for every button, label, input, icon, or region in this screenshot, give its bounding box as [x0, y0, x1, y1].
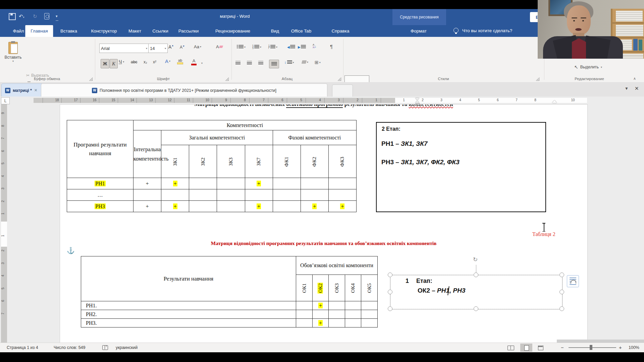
- font-dialog-launcher[interactable]: [225, 77, 229, 81]
- resize-handle[interactable]: [559, 273, 564, 277]
- tab-файл[interactable]: Файл: [13, 25, 24, 37]
- table-cell[interactable]: РН3: [67, 201, 133, 212]
- select-button[interactable]: ↖ Выделить▾: [574, 64, 602, 70]
- qat-customize-icon[interactable]: ▾─: [56, 12, 58, 24]
- decrease-indent-button[interactable]: ◀: [287, 45, 295, 49]
- styles-dialog-launcher[interactable]: [536, 77, 539, 81]
- table-cell[interactable]: +: [245, 201, 273, 212]
- multilevel-list-button[interactable]: 1ai▾: [268, 45, 277, 49]
- table-cell[interactable]: ОК3: [329, 275, 345, 301]
- resize-handle[interactable]: [388, 273, 392, 277]
- table-cell[interactable]: [328, 178, 356, 189]
- line-spacing-button[interactable]: ↕▾: [284, 60, 294, 64]
- page-indicator[interactable]: Страница 1 из 4: [7, 345, 38, 350]
- zoom-level[interactable]: 100%: [629, 345, 639, 350]
- rotate-handle[interactable]: ↻: [473, 256, 478, 263]
- tab-вставка[interactable]: Вставка: [60, 25, 77, 37]
- stage2-textbox[interactable]: 2 Етап: РН1 – ЗК1, ЗК7 РН3 – ЗК1, ЗК7, Ф…: [376, 122, 546, 212]
- print-preview-icon[interactable]: [44, 13, 49, 19]
- table-cell[interactable]: Обов’язкові освітні компоненти: [296, 256, 378, 275]
- tab-рассылки[interactable]: Рассылки: [178, 25, 199, 37]
- table-cell[interactable]: ОК5: [361, 275, 378, 301]
- tab-close-icon[interactable]: ✕: [635, 85, 639, 92]
- table-cell[interactable]: [296, 301, 313, 310]
- table-cell[interactable]: Результати навчання: [81, 256, 296, 301]
- table-cell[interactable]: +: [312, 301, 329, 310]
- numbering-button[interactable]: 123▾: [252, 45, 261, 49]
- table-cell[interactable]: ОК4: [345, 275, 361, 301]
- table-cell[interactable]: РН2.: [81, 310, 296, 319]
- resize-handle[interactable]: [559, 290, 564, 294]
- resize-handle[interactable]: [474, 306, 478, 311]
- table-cell[interactable]: [296, 310, 313, 319]
- table-cell[interactable]: [217, 189, 245, 201]
- table-cell[interactable]: [273, 178, 301, 189]
- tab-рецензирование[interactable]: Рецензирование: [215, 25, 250, 37]
- table-cell[interactable]: [312, 310, 329, 319]
- word-count[interactable]: Число слов: 549: [54, 345, 86, 350]
- table-cell[interactable]: РН1: [67, 178, 133, 189]
- table-cell[interactable]: ЗК3: [217, 145, 245, 178]
- table-cell[interactable]: Загальні компетентності: [161, 130, 273, 145]
- table-cell[interactable]: [161, 189, 189, 201]
- zoom-slider-track[interactable]: [569, 347, 616, 348]
- table-cell[interactable]: ФК2: [301, 145, 328, 178]
- table-cell[interactable]: +: [161, 201, 189, 212]
- table-cell[interactable]: +: [133, 201, 161, 212]
- align-left-button[interactable]: [235, 61, 240, 65]
- tab-office-tab[interactable]: Office Tab: [291, 25, 311, 37]
- superscript-button[interactable]: x²: [153, 60, 156, 64]
- paste-button[interactable]: Вставить ▾: [3, 39, 23, 66]
- document-page[interactable]: Матриця відповідності визначених освітнь…: [60, 104, 588, 343]
- table-cell[interactable]: [189, 201, 217, 212]
- font-size-combo[interactable]: 14▾: [148, 44, 168, 53]
- resize-handle[interactable]: [474, 273, 478, 277]
- clear-formatting-button[interactable]: А: [216, 44, 223, 49]
- table-cell[interactable]: ФК1: [273, 145, 301, 178]
- resize-handle[interactable]: [388, 290, 392, 294]
- tell-me-box[interactable]: Что вы хотите сделать?: [462, 28, 512, 33]
- tab-справка[interactable]: Справка: [332, 25, 350, 37]
- tab-макет[interactable]: Макет: [128, 25, 141, 37]
- table-cell[interactable]: …: [67, 189, 133, 201]
- subscript-button[interactable]: x₂: [144, 60, 147, 64]
- print-layout-active[interactable]: [520, 344, 532, 352]
- table-cell[interactable]: [189, 189, 217, 201]
- table-cell[interactable]: РН1.: [81, 301, 296, 310]
- table-cell[interactable]: +: [161, 178, 189, 189]
- table-cell[interactable]: Фахові компетентності: [273, 130, 356, 145]
- grow-font-button[interactable]: А▲: [168, 44, 174, 50]
- language-indicator[interactable]: украинский: [116, 345, 138, 350]
- table-cell[interactable]: +: [301, 201, 328, 212]
- table-cell[interactable]: [245, 189, 273, 201]
- tab-format[interactable]: Формат: [411, 25, 427, 37]
- vertical-ruler[interactable]: 9876543211234567: [1, 104, 7, 343]
- table-cell[interactable]: [329, 319, 345, 327]
- document-area[interactable]: 9876543211234567 Матриця відповідності в…: [0, 104, 644, 343]
- read-mode-icon[interactable]: [507, 346, 514, 350]
- horizontal-ruler[interactable]: 1817161514131211109876543211234567810: [34, 98, 587, 103]
- borders-button[interactable]: ⊞▾: [315, 60, 321, 65]
- table-cell[interactable]: РН3.: [81, 319, 296, 327]
- table-cell[interactable]: [217, 178, 245, 189]
- strikethrough-button[interactable]: abc: [131, 60, 137, 64]
- table-cell[interactable]: [273, 189, 301, 201]
- table-cell[interactable]: ФК3: [328, 145, 356, 178]
- tab-ссылки[interactable]: Ссылки: [152, 25, 168, 37]
- redo-icon[interactable]: ↻: [33, 13, 37, 20]
- resize-handle[interactable]: [559, 306, 564, 311]
- table-cell[interactable]: Інтегральна компетентність: [133, 130, 161, 178]
- zoom-in-icon[interactable]: +: [619, 345, 622, 350]
- tab-stop-selector[interactable]: L: [1, 97, 10, 104]
- competency-matrix-table[interactable]: Програмні результати навчанняКомпетентно…: [67, 120, 357, 212]
- bullets-button[interactable]: ▾: [237, 45, 246, 49]
- table-cell[interactable]: [345, 310, 361, 319]
- sort-button[interactable]: АЯ↓: [313, 44, 316, 49]
- table-cell[interactable]: ЗК7: [245, 145, 273, 178]
- table-cell[interactable]: ЗК2: [189, 145, 217, 178]
- increase-indent-button[interactable]: ▶: [298, 45, 306, 49]
- underline-button[interactable]: Ч▾: [119, 59, 124, 64]
- table-cell[interactable]: +: [328, 201, 356, 212]
- text-effects-button[interactable]: A▾: [165, 58, 170, 64]
- table-cell[interactable]: [361, 310, 378, 319]
